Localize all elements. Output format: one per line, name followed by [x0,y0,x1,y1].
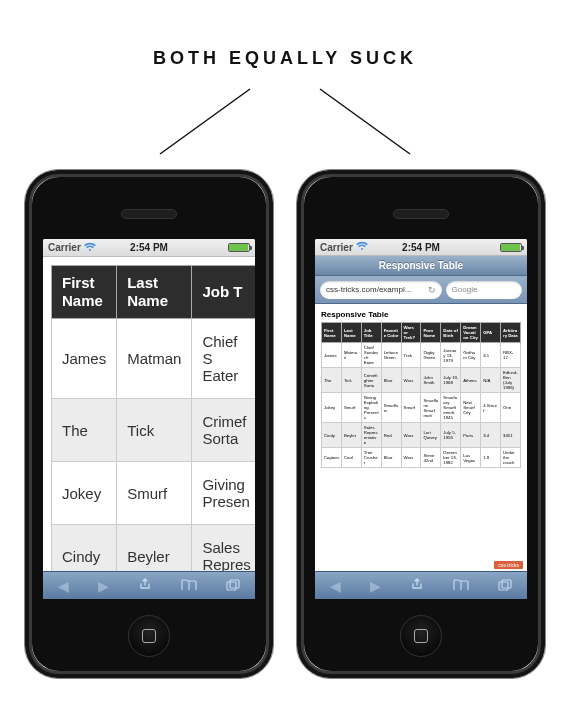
safari-toolbar: ◀ ▶ [43,571,255,599]
screen-left: Carrier 2:54 PM FirstName LastName Job [43,239,255,599]
table-cell: Under the couch [501,448,521,468]
table-cell: Red [381,423,401,448]
table-row: TheTickCrimefSorta [52,399,256,462]
table-cell: Chief SEater [192,319,255,399]
table-cell: Matman [341,343,361,368]
table-cell: Smurf [401,393,421,423]
safari-toolbar: ◀ ▶ [315,571,527,599]
nav-title: Responsive Table [315,256,527,276]
table-cell: Tick [341,368,361,393]
forward-icon[interactable]: ▶ [370,578,381,594]
col-job-title: Job T [192,266,255,319]
table-cell: Beyler [117,525,192,572]
table-cell: Cool [341,448,361,468]
url-text: css-tricks.com/exampl... [326,285,411,294]
table-cell: Steve 42nd [421,448,441,468]
table-row: JokeySmurfGiving Exploding PresentsSmurf… [322,393,521,423]
table-cell: Blue [381,448,401,468]
earpiece [121,209,177,219]
table-header-cell: Porn Name [421,323,441,343]
tabs-icon[interactable] [226,578,240,594]
table-cell: Sales Representative [361,423,381,448]
webview-right[interactable]: Responsive Table First NameLast NameJob … [315,304,527,571]
carrier-label: Carrier [320,242,353,253]
svg-rect-4 [230,580,239,588]
table-cell: Wars [401,368,421,393]
svg-line-1 [320,89,410,154]
table-row: JokeySmurfGivingPresen [52,462,256,525]
url-field[interactable]: css-tricks.com/exampl... ↻ [320,281,442,299]
page-heading: Responsive Table [321,310,521,319]
table-header-cell: Dream Vacation City [461,323,481,343]
svg-rect-3 [227,582,236,590]
bookmarks-icon[interactable] [453,578,469,594]
table-cell: CrimefSorta [192,399,255,462]
data-table-large: FirstName LastName Job T JamesMatmanChie… [51,265,255,571]
table-row: JamesMatmanChief SEater [52,319,256,399]
table-row: JamesMatmanChief Sandwich EaterLettuce G… [322,343,521,368]
table-cell: The [322,368,342,393]
table-cell: RBX-12 [501,343,521,368]
table-cell: Beyler [341,423,361,448]
share-icon[interactable] [410,577,424,594]
carrier-label: Carrier [48,242,81,253]
svg-rect-6 [499,582,508,590]
table-cell: John Smith [421,368,441,393]
table-cell: The [52,399,117,462]
table-header-cell: Wars or Trek? [401,323,421,343]
table-cell: Wars [401,423,421,448]
earpiece [393,209,449,219]
table-cell: 3451 [501,423,521,448]
table-cell: Las Vegas [461,448,481,468]
table-cell: N/A [481,368,501,393]
search-field[interactable]: Google [446,281,522,299]
table-cell: July 5, 1956 [441,423,461,448]
table-cell: 3.1 [481,343,501,368]
diagram-arrows [0,69,570,159]
status-bar: Carrier 2:54 PM [315,239,527,256]
table-cell: Smurf [117,462,192,525]
data-table-small: First NameLast NameJob TitleFavorite Col… [321,322,521,468]
table-header-cell: GPA [481,323,501,343]
table-cell: SalesRepres [192,525,255,572]
tabs-icon[interactable] [498,578,512,594]
table-header-row: FirstName LastName Job T [52,266,256,319]
clock: 2:54 PM [130,242,168,253]
table-cell: Paris [461,423,481,448]
table-header-cell: Last Name [341,323,361,343]
table-cell: James [52,319,117,399]
table-cell: GivingPresen [192,462,255,525]
wifi-icon [356,241,368,253]
table-cell: Lettuce Green [381,343,401,368]
share-icon[interactable] [138,577,152,594]
battery-icon [228,243,250,252]
forward-icon[interactable]: ▶ [98,578,109,594]
table-row: CindyBeylerSalesRepres [52,525,256,572]
phone-left: Carrier 2:54 PM FirstName LastName Job [24,169,274,679]
table-header-cell: Date of Birth [441,323,461,343]
table-cell: Tick [117,399,192,462]
table-cell: January 13, 1979 [441,343,461,368]
url-bar: css-tricks.com/exampl... ↻ Google [315,276,527,304]
svg-line-0 [160,89,250,154]
back-icon[interactable]: ◀ [330,578,341,594]
site-badge: css-tricks [494,561,523,569]
table-cell: Digby Green [421,343,441,368]
table-cell: 1.9 [481,448,501,468]
back-icon[interactable]: ◀ [58,578,69,594]
table-cell: Blue [381,368,401,393]
col-last-name: LastName [117,266,192,319]
webview-left[interactable]: FirstName LastName Job T JamesMatmanChie… [43,257,255,571]
bookmarks-icon[interactable] [181,578,197,594]
home-button[interactable] [128,615,170,657]
table-cell: 3.4 [481,423,501,448]
table-row: TheTickCrimefighter SortaBlueWarsJohn Sm… [322,368,521,393]
table-cell: Smurf [341,393,361,423]
wifi-icon [84,242,96,254]
reload-icon[interactable]: ↻ [428,285,436,295]
table-cell: Chief Sandwich Eater [361,343,381,368]
status-bar: Carrier 2:54 PM [43,239,255,257]
table-cell: Smurflane Smurfmutt [421,393,441,423]
table-cell: Captain [322,448,342,468]
home-button[interactable] [400,615,442,657]
